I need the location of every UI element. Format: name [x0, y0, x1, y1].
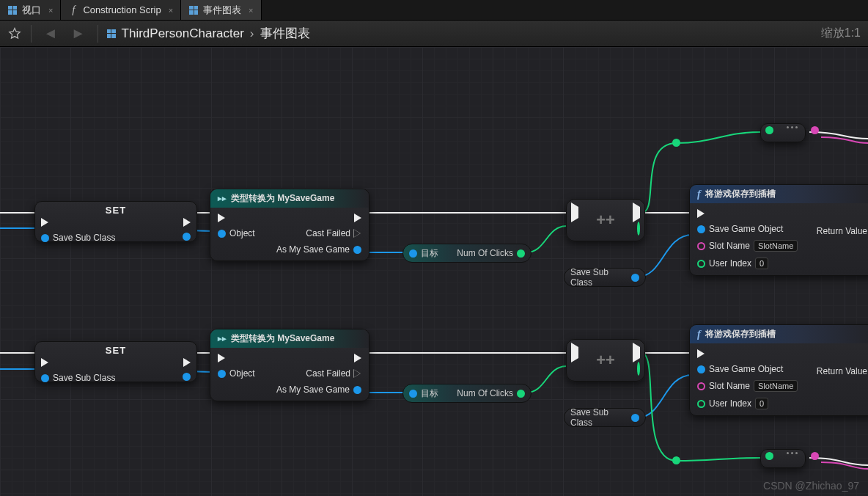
watermark-text: CSDN @Zhichao_97: [763, 480, 859, 492]
exec-in-pin[interactable]: [571, 203, 578, 222]
exec-in-pin[interactable]: [697, 209, 705, 218]
favorite-icon[interactable]: [7, 26, 22, 41]
tab-label: 事件图表: [203, 4, 241, 17]
object-in-pin[interactable]: [218, 230, 226, 238]
breadcrumb-graph: 事件图表: [260, 25, 310, 42]
slot-name-input[interactable]: SlotName: [754, 240, 798, 252]
reroute-seq-node[interactable]: [760, 123, 806, 142]
tab-construction[interactable]: f Construction Scrip ×: [61, 0, 181, 20]
user-index-input[interactable]: 0: [755, 398, 768, 409]
plus-plus-icon: ++: [596, 211, 615, 230]
slot-name-pin[interactable]: [697, 382, 705, 390]
close-icon[interactable]: ×: [169, 6, 173, 15]
tab-event-graph[interactable]: 事件图表 ×: [181, 0, 261, 20]
pin-label: Slot Name: [709, 381, 750, 391]
int-out-pin[interactable]: [637, 222, 640, 236]
nav-fwd-button[interactable]: ►: [68, 25, 89, 42]
save-obj-pin[interactable]: [697, 365, 705, 373]
pin-label: Save Game Object: [709, 224, 783, 234]
target-pin[interactable]: [409, 390, 417, 398]
exec-out-pin[interactable]: [354, 354, 361, 362]
target-pin[interactable]: [409, 249, 417, 258]
breadcrumb[interactable]: ThirdPersonCharacter › 事件图表: [107, 25, 310, 42]
breadcrumb-asset: ThirdPersonCharacter: [122, 26, 244, 41]
save-game-to-slot-node[interactable]: f将游戏保存到插槽 Save Game Object Slot NameSlot…: [689, 324, 868, 416]
tab-label: Construction Scrip: [83, 4, 161, 15]
pin-label: Save Game Object: [709, 364, 783, 374]
value-in-pin[interactable]: [41, 234, 49, 242]
reroute-node[interactable]: [672, 139, 680, 147]
reroute-seq-node[interactable]: [760, 449, 806, 468]
as-out-pin[interactable]: [353, 386, 361, 394]
cast-icon: ▸▸: [218, 334, 227, 343]
close-icon[interactable]: ×: [249, 6, 253, 15]
cast-node[interactable]: ▸▸类型转换为 MySaveGame Object Cast Failed As…: [210, 329, 369, 401]
user-index-pin[interactable]: [697, 260, 705, 268]
in-pin[interactable]: [765, 452, 773, 460]
nav-back-button[interactable]: ◄: [40, 25, 61, 42]
get-variable-node[interactable]: Save Sub Class: [564, 268, 646, 287]
get-property-node[interactable]: 目标 Num Of Clicks: [402, 244, 532, 263]
exec-out-pin[interactable]: [354, 214, 361, 222]
in-pin[interactable]: [765, 126, 773, 134]
slot-name-pin[interactable]: [697, 242, 705, 250]
pin-label: Save Sub Class: [53, 373, 115, 383]
user-index-input[interactable]: 0: [755, 258, 768, 269]
exec-out-pin[interactable]: [633, 343, 640, 362]
exec-out-pin[interactable]: [183, 358, 191, 367]
close-icon[interactable]: ×: [48, 6, 53, 15]
pin-label: Num Of Clicks: [457, 248, 513, 258]
cast-node[interactable]: ▸▸类型转换为 MySaveGame Object Cast Failed As…: [210, 189, 369, 261]
exec-in-pin[interactable]: [697, 349, 705, 358]
exec-out-pin[interactable]: [183, 218, 191, 227]
grid-icon: [7, 5, 18, 15]
value-out-pin[interactable]: [631, 274, 639, 282]
set-variable-node[interactable]: SET Save Sub Class: [34, 201, 197, 242]
as-out-pin[interactable]: [353, 246, 361, 254]
exec-in-pin[interactable]: [41, 358, 48, 367]
pin-label: Return Value: [817, 366, 867, 376]
value-out-pin[interactable]: [183, 373, 191, 381]
function-icon: f: [697, 329, 701, 340]
exec-out-pin[interactable]: [633, 203, 640, 222]
exec-in-pin[interactable]: [218, 214, 225, 222]
exec-in-pin[interactable]: [41, 218, 48, 227]
exec-in-pin[interactable]: [571, 343, 578, 362]
reroute-node[interactable]: [672, 456, 680, 464]
save-obj-pin[interactable]: [697, 225, 705, 233]
get-variable-node[interactable]: Save Sub Class: [564, 408, 646, 427]
value-in-pin[interactable]: [41, 374, 49, 382]
out-pin[interactable]: [811, 126, 819, 134]
value-out-pin[interactable]: [631, 414, 639, 422]
cast-icon: ▸▸: [218, 194, 227, 203]
value-out-pin[interactable]: [517, 249, 525, 258]
object-in-pin[interactable]: [218, 370, 226, 378]
pin-label: 目标: [421, 387, 438, 400]
graph-canvas[interactable]: SET Save Sub Class ▸▸类型转换为 MySaveGame Ob…: [0, 47, 868, 496]
set-variable-node[interactable]: SET Save Sub Class: [34, 341, 197, 382]
cast-failed-pin[interactable]: [354, 229, 361, 238]
user-index-pin[interactable]: [697, 400, 705, 408]
value-out-pin[interactable]: [183, 233, 191, 241]
tab-viewport[interactable]: 视口 ×: [0, 0, 61, 20]
node-title: 将游戏保存到插槽: [705, 188, 776, 200]
pin-label: Slot Name: [709, 241, 750, 251]
pin-label: Object: [229, 228, 255, 238]
node-title: 类型转换为 MySaveGame: [231, 332, 334, 345]
pin-label: Save Sub Class: [570, 267, 624, 288]
increment-int-node[interactable]: ++: [566, 199, 645, 241]
cast-failed-pin[interactable]: [354, 369, 361, 378]
out-pin[interactable]: [811, 452, 819, 460]
plus-plus-icon: ++: [596, 351, 615, 370]
slot-name-input[interactable]: SlotName: [754, 380, 798, 392]
int-out-pin[interactable]: [637, 362, 640, 376]
pin-label: Save Sub Class: [570, 407, 624, 428]
grid-icon: [107, 29, 116, 38]
dots-icon: [787, 126, 798, 134]
save-game-to-slot-node[interactable]: f将游戏保存到插槽 Save Game Object Slot NameSlot…: [689, 184, 868, 276]
increment-int-node[interactable]: ++: [566, 339, 645, 382]
grid-icon: [188, 5, 199, 15]
exec-in-pin[interactable]: [218, 354, 225, 362]
value-out-pin[interactable]: [517, 390, 525, 398]
get-property-node[interactable]: 目标 Num Of Clicks: [402, 384, 532, 403]
